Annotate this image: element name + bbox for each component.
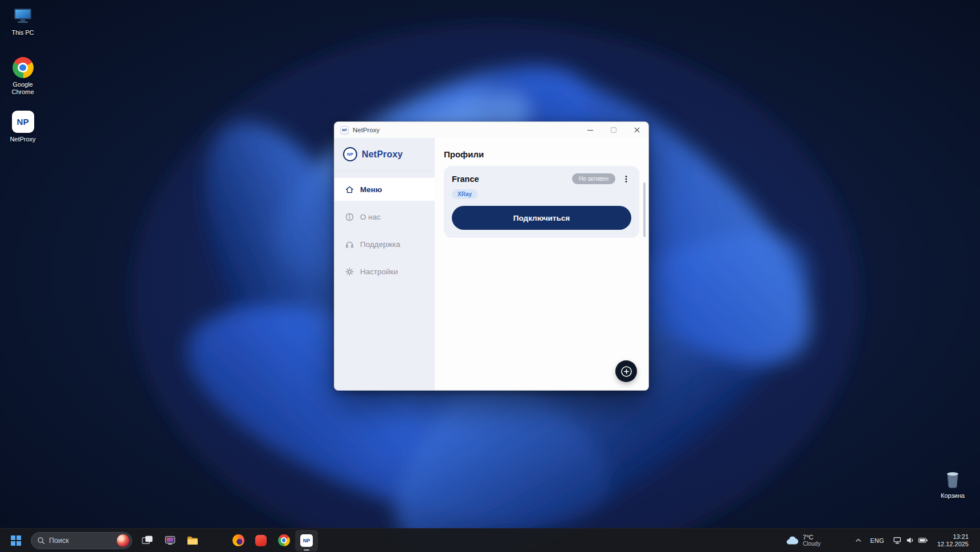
battery-icon [918,535,928,545]
start-button[interactable] [5,530,27,551]
taskbar-app-file-explorer[interactable] [181,530,204,551]
protocol-badge: XRay [452,189,477,199]
brand-name: NetProxy [362,149,403,160]
chrome-icon [13,57,34,78]
taskbar-app-red[interactable] [250,530,272,551]
close-icon[interactable] [625,122,648,138]
desktop-icon-this-pc[interactable]: This PC [3,3,42,39]
netproxy-icon: NP [12,111,34,133]
netproxy-logo-icon: NP [343,147,357,161]
desktop-icon-label: This PC [11,29,34,36]
gear-icon [345,267,354,277]
system-tray: 7°C Cloudy ENG [781,531,975,550]
sidebar-brand: NP NetProxy [334,138,435,171]
search-highlight-orb [117,534,129,547]
plus-circle-icon [620,365,633,378]
desktop-icon-label: Корзина [941,492,965,500]
status-badge: Не активен [572,173,615,184]
desktop-icon-label: NetProxy [10,136,35,143]
taskbar-app-chrome[interactable] [272,530,295,551]
taskbar: NP 7°C Cloudy ENG [0,528,980,552]
language-indicator[interactable]: ENG [865,531,889,550]
sidebar-item-about[interactable]: О нас [334,205,435,228]
profile-name: France [452,174,479,184]
desktop-icon-google-chrome[interactable]: Google Chrome [3,55,42,98]
clock[interactable]: 13:21 12.12.2025 [932,533,975,548]
task-view-button[interactable] [136,530,158,551]
home-icon [345,185,354,194]
computer-icon [13,6,33,26]
maximize-icon[interactable] [602,122,625,138]
window-app-icon: NP [340,126,349,135]
netproxy-window: NP NetProxy NP NetProxy [334,121,649,391]
headset-icon [345,240,354,249]
task-view-icon [141,534,153,546]
sidebar-nav: Меню О нас Поддержка [334,178,435,287]
sidebar-item-settings[interactable]: Настройки [334,260,435,283]
taskbar-search[interactable] [31,532,132,549]
sidebar-item-menu[interactable]: Меню [334,178,435,201]
sidebar-item-support[interactable]: Поддержка [334,233,435,255]
desktop-icon-netproxy[interactable]: NP NetProxy [3,108,42,145]
page-title: Профили [444,149,639,159]
tray-time: 13:21 [953,533,969,541]
file-explorer-icon [186,534,199,547]
scrollbar[interactable] [643,182,646,237]
window-title: NetProxy [353,127,379,133]
connect-button[interactable]: Подключиться [452,206,631,230]
sidebar-item-label: Поддержка [360,240,400,249]
quick-settings[interactable] [889,531,932,550]
desktop: This PC Google Chrome NP NetProxy Корзин… [0,0,980,552]
windows-start-icon [11,535,21,546]
desktop-icon-label: Google Chrome [3,81,42,96]
chevron-up-icon [854,536,863,545]
weather-temperature: 7°C [803,534,820,541]
edge-icon [210,534,222,546]
taskbar-app-netproxy[interactable]: NP [295,530,318,551]
add-profile-button[interactable] [615,360,637,382]
sidebar-item-label: О нас [360,213,381,221]
tray-overflow-button[interactable] [851,531,865,550]
search-input[interactable] [49,537,113,545]
tray-date: 12.12.2025 [937,541,969,548]
cloud-icon [785,534,799,547]
weather-condition: Cloudy [803,541,820,547]
media-app-icon [164,534,176,546]
taskbar-app-firefox[interactable] [227,530,250,551]
sidebar-item-label: Меню [360,185,382,194]
search-icon [37,537,45,545]
chrome-icon [278,534,290,546]
minimize-icon[interactable] [578,122,602,138]
window-titlebar[interactable]: NP NetProxy [334,122,648,138]
kebab-menu-icon[interactable] [621,174,631,184]
weather-widget[interactable]: 7°C Cloudy [781,532,825,549]
netproxy-icon: NP [300,534,313,547]
sidebar: NP NetProxy Меню О нас [334,138,435,390]
taskbar-app-media[interactable] [158,530,181,551]
firefox-icon [232,534,244,546]
network-icon [893,535,903,545]
recycle-bin-icon [943,468,962,489]
profiles-panel: Профили France Не активен XRay Подключит… [435,138,648,390]
sidebar-item-label: Настройки [360,267,398,276]
window-controls [578,122,648,138]
taskbar-app-edge[interactable] [204,530,227,551]
desktop-icon-recycle-bin[interactable]: Корзина [931,465,974,502]
red-app-icon [255,535,267,546]
window-body: NP NetProxy Меню О нас [334,138,648,390]
volume-icon [905,535,915,545]
info-icon [345,212,354,222]
profile-card: France Не активен XRay Подключиться [444,166,639,238]
